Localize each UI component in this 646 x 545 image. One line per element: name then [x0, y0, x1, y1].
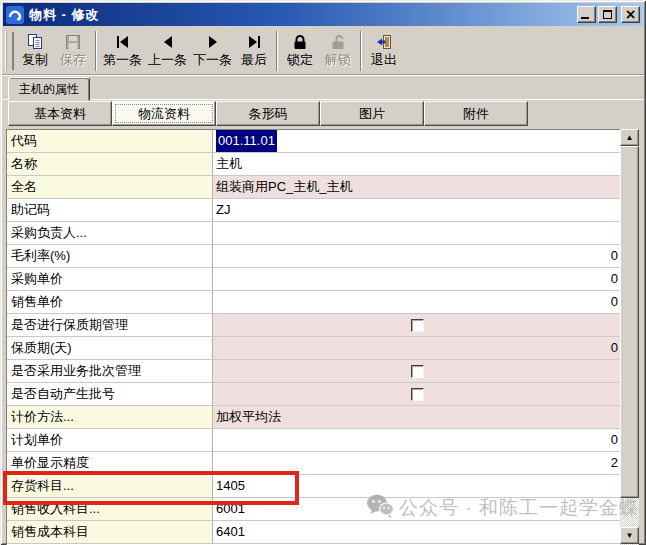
first-record-button[interactable]: 第一条: [100, 30, 145, 72]
toolbar-grip[interactable]: [5, 31, 12, 71]
last-record-icon: [247, 34, 261, 51]
field-value[interactable]: 6401: [213, 521, 620, 544]
material-edit-window: 物料 - 修改 × 复制保存第一条上一条下一条最后锁定解锁退出 主机的属性 基本…: [0, 0, 646, 545]
tab-barcode[interactable]: 条形码: [216, 101, 320, 126]
minimize-button[interactable]: [577, 6, 596, 23]
scroll-up-button[interactable]: ▲: [620, 129, 639, 146]
field-label: 代码: [7, 130, 213, 153]
lock-button[interactable]: 锁定: [281, 30, 319, 72]
first-record-icon: [116, 34, 130, 51]
form-row: 保质期(天)0: [7, 337, 620, 360]
form-row: 计价方法...加权平均法: [7, 406, 620, 429]
next-record-button[interactable]: 下一条: [190, 30, 235, 72]
form-row: 助记码ZJ: [7, 199, 620, 222]
field-label: 销售单价: [7, 291, 213, 314]
last-record-button[interactable]: 最后: [235, 30, 273, 72]
form-row: 全名组装商用PC_主机_主机: [7, 176, 620, 199]
previous-record-button[interactable]: 上一条: [145, 30, 190, 72]
toolbar-button-label: 上一条: [148, 51, 187, 68]
field-label: 是否进行保质期管理: [7, 314, 213, 337]
form-row: 是否自动产生批号: [7, 383, 620, 406]
close-button[interactable]: ×: [621, 6, 640, 23]
field-label: 采购单价: [7, 268, 213, 291]
field-label: 计划单价: [7, 429, 213, 452]
field-label: 全名: [7, 176, 213, 199]
watermark: 公众号 · 和陈工一起学金蝶: [366, 493, 639, 523]
previous-record-icon: [161, 34, 175, 51]
toolbar-button-label: 最后: [241, 51, 267, 68]
field-value[interactable]: 0: [213, 245, 620, 268]
checkbox[interactable]: [411, 388, 424, 401]
toolbar-button-label: 下一条: [193, 51, 232, 68]
field-value[interactable]: ZJ: [213, 199, 620, 222]
checkbox[interactable]: [411, 365, 424, 378]
form-row: 采购单价0: [7, 268, 620, 291]
form-row: 销售单价0: [7, 291, 620, 314]
close-icon: ×: [625, 8, 637, 21]
field-value[interactable]: 主机: [213, 153, 620, 176]
form-row: 毛利率(%)0: [7, 245, 620, 268]
property-tab-strip: 主机的属性: [2, 77, 644, 100]
scroll-down-button[interactable]: ▼: [620, 527, 639, 544]
scroll-thumb[interactable]: [620, 146, 639, 498]
maximize-button[interactable]: [598, 6, 617, 23]
field-label: 销售成本科目: [7, 521, 213, 544]
selected-text: 001.11.01: [216, 130, 277, 152]
field-label: 名称: [7, 153, 213, 176]
field-value[interactable]: [213, 360, 620, 383]
toolbar-button-label: 保存: [60, 51, 86, 68]
page-tabs: 基本资料物流资料条形码图片附件: [8, 101, 528, 126]
toolbar-button-label: 复制: [22, 51, 48, 68]
save-button[interactable]: 保存: [54, 30, 92, 72]
highlight-box: [3, 471, 299, 505]
property-tab[interactable]: 主机的属性: [8, 77, 90, 101]
field-value[interactable]: 0: [213, 429, 620, 452]
window-title: 物料 - 修改: [29, 6, 575, 24]
minimize-icon: [581, 17, 589, 19]
copy-icon: [27, 34, 44, 51]
form-row: 销售成本科目6401: [7, 521, 620, 544]
field-value[interactable]: [213, 383, 620, 406]
unlock-button[interactable]: 解锁: [319, 30, 357, 72]
exit-icon: [376, 34, 392, 51]
next-record-icon: [206, 34, 220, 51]
toolbar-button-label: 第一条: [103, 51, 142, 68]
save-icon: [65, 34, 81, 51]
app-icon[interactable]: [6, 6, 24, 24]
form-row: 是否采用业务批次管理: [7, 360, 620, 383]
form-row: 名称主机: [7, 153, 620, 176]
field-value[interactable]: 0: [213, 268, 620, 291]
toolbar-separator: [360, 31, 362, 71]
field-value[interactable]: [213, 314, 620, 337]
field-label: 计价方法...: [7, 406, 213, 429]
form-row: 是否进行保质期管理: [7, 314, 620, 337]
tab-picture[interactable]: 图片: [320, 101, 424, 126]
field-label: 保质期(天): [7, 337, 213, 360]
exit-button[interactable]: 退出: [365, 30, 403, 72]
field-value[interactable]: 组装商用PC_主机_主机: [213, 176, 620, 199]
toolbar-button-label: 解锁: [325, 51, 351, 68]
field-value[interactable]: 0: [213, 337, 620, 360]
toolbar-separator: [276, 31, 278, 71]
field-value[interactable]: 001.11.01: [213, 130, 620, 153]
field-value[interactable]: 0: [213, 291, 620, 314]
tab-attachment[interactable]: 附件: [424, 101, 528, 126]
unlock-icon: [330, 34, 346, 51]
field-value[interactable]: [213, 222, 620, 245]
tab-logistics-info[interactable]: 物流资料: [112, 101, 216, 126]
field-label: 采购负责人...: [7, 222, 213, 245]
field-label: 是否自动产生批号: [7, 383, 213, 406]
toolbar-button-label: 退出: [371, 51, 397, 68]
field-label: 是否采用业务批次管理: [7, 360, 213, 383]
field-value[interactable]: 加权平均法: [213, 406, 620, 429]
vertical-scrollbar[interactable]: ▲ ▼: [620, 129, 639, 545]
tab-basic-info[interactable]: 基本资料: [8, 101, 112, 126]
maximize-icon: [603, 10, 612, 19]
form-row: 采购负责人...: [7, 222, 620, 245]
wechat-icon: [366, 493, 394, 523]
checkbox[interactable]: [411, 319, 424, 332]
copy-button[interactable]: 复制: [16, 30, 54, 72]
lock-icon: [292, 34, 308, 51]
form-row: 代码001.11.01: [7, 130, 620, 153]
toolbar-separator: [95, 31, 97, 71]
